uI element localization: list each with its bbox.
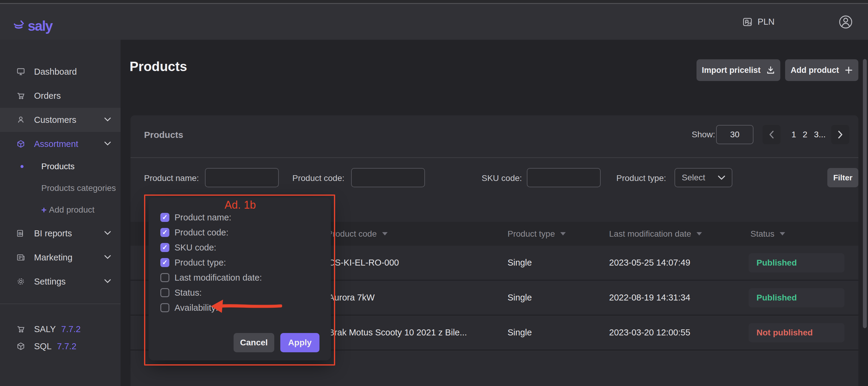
column-settings-popup: ✓ Product name: ✓ Product code: ✓ SKU co… <box>149 198 331 360</box>
filter-product-type-select[interactable]: Select <box>675 168 733 187</box>
checkbox-unchecked[interactable] <box>160 303 169 312</box>
column-header-product-code[interactable]: Product code <box>327 222 388 246</box>
chevron-down-icon <box>104 231 111 235</box>
chevron-down-icon <box>104 255 111 259</box>
banknote-icon <box>743 17 753 27</box>
newspaper-icon <box>17 253 25 261</box>
show-count-input[interactable]: 30 <box>716 125 753 144</box>
panel-divider <box>130 157 858 158</box>
cell-product-code: Aurora 7kW <box>329 281 375 315</box>
popup-option-availability[interactable]: Availability: <box>160 303 218 312</box>
chevron-down-icon <box>718 176 725 180</box>
gear-icon <box>17 277 25 286</box>
status-badge: Published <box>749 253 844 273</box>
cell-modified-date: 2022-08-19 14:31:34 <box>609 281 690 315</box>
chevron-left-icon <box>769 131 774 139</box>
sidebar-subitem-products[interactable]: Products <box>0 157 121 176</box>
import-pricelist-label: Import pricelist <box>702 66 761 75</box>
cancel-button[interactable]: Cancel <box>234 333 274 352</box>
popup-option-last-modification-date[interactable]: Last modification date: <box>160 273 262 282</box>
app-logo-text: saly <box>28 18 53 34</box>
chevron-down-icon <box>104 279 111 283</box>
vertical-scrollbar[interactable] <box>863 59 867 328</box>
cart-icon <box>17 325 25 333</box>
cart-logo-icon <box>12 20 25 32</box>
plus-icon: + <box>41 205 47 215</box>
filter-button[interactable]: Filter <box>827 168 858 187</box>
popup-option-product-code[interactable]: ✓ Product code: <box>160 228 228 237</box>
pagination-ellipsis: ... <box>818 130 826 139</box>
cancel-label: Cancel <box>240 338 268 347</box>
add-product-label: Add product <box>790 66 839 75</box>
pagination-next-button[interactable] <box>831 125 849 144</box>
sidebar-item-assortment[interactable]: Assortment <box>0 132 121 156</box>
checkbox-checked[interactable]: ✓ <box>160 258 169 267</box>
currency-switcher[interactable]: PLN <box>743 4 775 40</box>
pagination-prev-button[interactable] <box>763 125 781 144</box>
checkbox-checked[interactable]: ✓ <box>160 243 169 252</box>
sidebar-subitem-add-product[interactable]: + Add product <box>0 201 121 219</box>
sort-icon[interactable] <box>560 232 566 236</box>
popup-option-product-name[interactable]: ✓ Product name: <box>160 213 231 222</box>
checkbox-label: Last modification date: <box>175 273 262 283</box>
filter-sku-code-label: SKU code: <box>482 173 522 183</box>
sidebar-item-marketing[interactable]: Marketing <box>0 245 121 270</box>
cart-icon <box>17 92 25 100</box>
checkbox-label: Product code: <box>175 227 228 238</box>
sidebar-subitem-label: Add product <box>49 205 95 215</box>
checkbox-label: Product type: <box>175 258 226 268</box>
bi-icon: Bi <box>17 229 25 238</box>
sidebar-item-label: Orders <box>34 91 61 101</box>
sidebar-item-bi-reports[interactable]: Bi BI reports <box>0 221 121 245</box>
sidebar-item-settings[interactable]: Settings <box>0 270 121 293</box>
app-logo[interactable]: saly <box>12 8 53 44</box>
cell-product-type: Single <box>507 246 532 280</box>
column-header-product-type[interactable]: Product type <box>507 222 566 246</box>
filter-product-code-input[interactable] <box>351 168 425 187</box>
import-pricelist-button[interactable]: Import pricelist <box>696 59 780 81</box>
filter-sku-code-input[interactable] <box>527 168 601 187</box>
cell-modified-date: 2023-05-25 14:07:49 <box>609 246 690 280</box>
sidebar-subitem-label: Products <box>41 162 75 171</box>
column-header-status[interactable]: Status <box>750 222 785 246</box>
sidebar-item-customers[interactable]: Customers <box>0 108 121 132</box>
sidebar-version-saly: SALY 7.7.2 <box>0 320 121 338</box>
show-count-value: 30 <box>730 130 739 139</box>
panel-title: Products <box>144 130 183 140</box>
apply-label: Apply <box>288 338 312 347</box>
filter-product-name-label: Product name: <box>144 173 199 183</box>
sidebar-subitem-products-categories[interactable]: Products categories <box>0 179 121 197</box>
check-icon: ✓ <box>162 244 167 251</box>
sidebar-item-label: Assortment <box>34 139 79 149</box>
apply-button[interactable]: Apply <box>280 333 319 352</box>
pagination-pages[interactable]: 1 2 3 ... <box>792 125 826 144</box>
top-strip <box>0 0 868 3</box>
add-product-button[interactable]: Add product <box>785 59 858 81</box>
sidebar-item-orders[interactable]: Orders <box>0 84 121 108</box>
sidebar-item-dashboard[interactable]: Dashboard <box>0 60 121 84</box>
topbar: saly PLN <box>0 4 868 40</box>
checkbox-checked[interactable]: ✓ <box>160 213 169 222</box>
sort-icon[interactable] <box>382 232 388 236</box>
popup-option-product-type[interactable]: ✓ Product type: <box>160 258 226 267</box>
annotation-arrow-icon <box>210 299 282 314</box>
annotation-label: Ad. 1b <box>210 199 270 211</box>
popup-option-sku-code[interactable]: ✓ SKU code: <box>160 243 216 252</box>
checkbox-label: Product name: <box>175 213 231 222</box>
pagination-page-numbers[interactable]: 1 2 3 <box>792 130 818 139</box>
popup-option-status[interactable]: Status: <box>160 288 202 297</box>
checkbox-unchecked[interactable] <box>160 288 169 297</box>
sort-icon[interactable] <box>696 232 702 236</box>
checkbox-unchecked[interactable] <box>160 273 169 282</box>
check-icon: ✓ <box>162 259 167 267</box>
sidebar: Dashboard Orders Customers <box>0 40 121 386</box>
sidebar-divider <box>0 304 121 304</box>
filter-product-name-input[interactable] <box>205 168 279 187</box>
version-label: SALY <box>34 324 56 334</box>
filter-product-type-label: Product type: <box>616 173 666 183</box>
column-header-last-modification-date[interactable]: Last modification date <box>609 222 702 246</box>
checkbox-checked[interactable]: ✓ <box>160 228 169 237</box>
account-icon[interactable] <box>838 15 853 29</box>
cell-modified-date: 2023-03-20 12:00:55 <box>609 316 690 350</box>
sort-icon[interactable] <box>780 232 785 236</box>
